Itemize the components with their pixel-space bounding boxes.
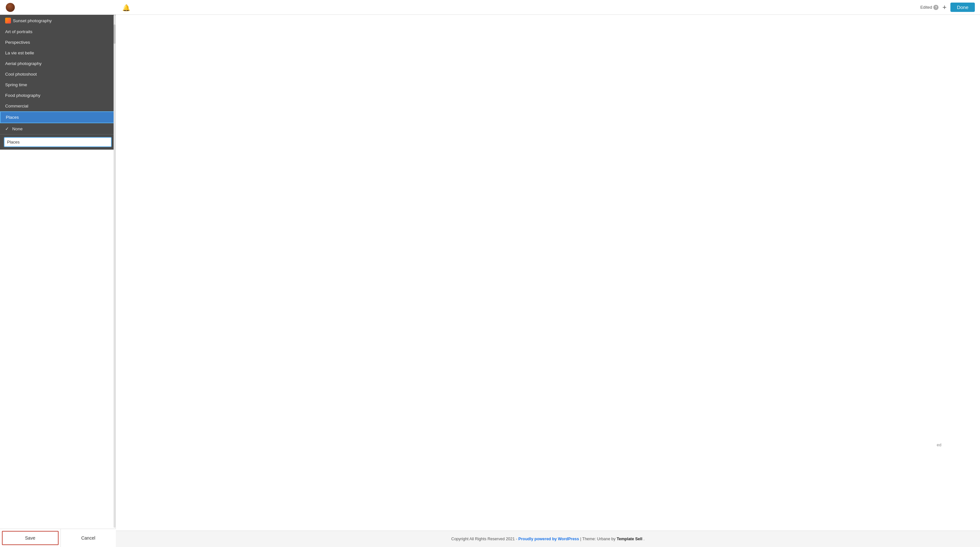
bottom-action-bar: Save Cancel [0, 529, 116, 547]
dropdown-item-label: Food photography [5, 93, 41, 98]
dropdown-item-cool-photoshoot[interactable]: Cool photoshoot [0, 69, 116, 80]
dropdown-item-label: Commercial [5, 103, 28, 108]
category-thumbnail-icon [5, 18, 11, 24]
content-area: ABOUTPLACES ed Copyright All Rights Rese… [116, 15, 980, 547]
dropdown-item-spring-time[interactable]: Spring time [0, 80, 116, 90]
dropdown-item-label: None [12, 126, 22, 131]
page-white [116, 15, 980, 521]
footer-theme-link[interactable]: Template Sell [617, 537, 643, 541]
notification-bell[interactable]: 🔔 [122, 4, 130, 11]
footer: Copyright All Rights Reserved 2021 - Pro… [116, 531, 980, 547]
dropdown-item-label: Art of portraits [5, 29, 32, 34]
save-button[interactable]: Save [2, 531, 59, 545]
sidebar: Sunset photographyArt of portraitsPerspe… [0, 15, 116, 547]
dropdown-item-la-vie-est-belle[interactable]: La vie est belle [0, 48, 116, 58]
edited-status: Edited ? [920, 5, 939, 10]
dropdown-item-commercial[interactable]: Commercial [0, 101, 116, 111]
footer-copyright: Copyright All Rights Reserved 2021 - [452, 537, 517, 541]
category-dropdown-list: Sunset photographyArt of portraitsPerspe… [0, 15, 116, 135]
content-text-ed: ed [937, 442, 942, 447]
dropdown-item-food-photography[interactable]: Food photography [0, 90, 116, 101]
footer-powered-by[interactable]: Proudly powered by WordPress [518, 537, 579, 541]
dropdown-item-places[interactable]: Places [0, 111, 116, 123]
dropdown-item-label: Aerial photography [5, 61, 41, 66]
dropdown-item-label: Places [6, 115, 19, 120]
dropdown-item-label: Spring time [5, 83, 27, 87]
dropdown-item-aerial-photography[interactable]: Aerial photography [0, 58, 116, 69]
help-icon[interactable]: ? [933, 5, 939, 10]
dropdown-item-label: La vie est belle [5, 51, 34, 55]
add-button[interactable]: + [942, 4, 947, 11]
footer-period: . [643, 537, 644, 541]
scrollbar-thumb[interactable] [114, 24, 116, 44]
footer-separator: | Theme: Urbane by [580, 537, 617, 541]
bell-icon: 🔔 [122, 4, 130, 11]
search-input[interactable] [4, 137, 111, 147]
dropdown-item-label: Sunset photography [13, 18, 52, 23]
main-layout: Sunset photographyArt of portraitsPerspe… [0, 15, 980, 547]
dropdown-item-perspectives[interactable]: Perspectives [0, 37, 116, 48]
dropdown-item-label: Perspectives [5, 40, 30, 45]
dropdown-item-sunset-photography[interactable]: Sunset photography [0, 15, 116, 26]
edited-label: Edited [920, 5, 932, 10]
cancel-button[interactable]: Cancel [60, 529, 116, 547]
scrollbar[interactable] [114, 15, 116, 528]
dropdown-item-none[interactable]: None [0, 123, 116, 134]
avatar [6, 3, 15, 12]
done-button[interactable]: Done [950, 3, 975, 12]
topbar: Edited ? + Done [0, 0, 980, 15]
search-box-container [0, 135, 116, 149]
dropdown-item-label: Cool photoshoot [5, 72, 37, 76]
dropdown-item-art-of-portraits[interactable]: Art of portraits [0, 26, 116, 37]
